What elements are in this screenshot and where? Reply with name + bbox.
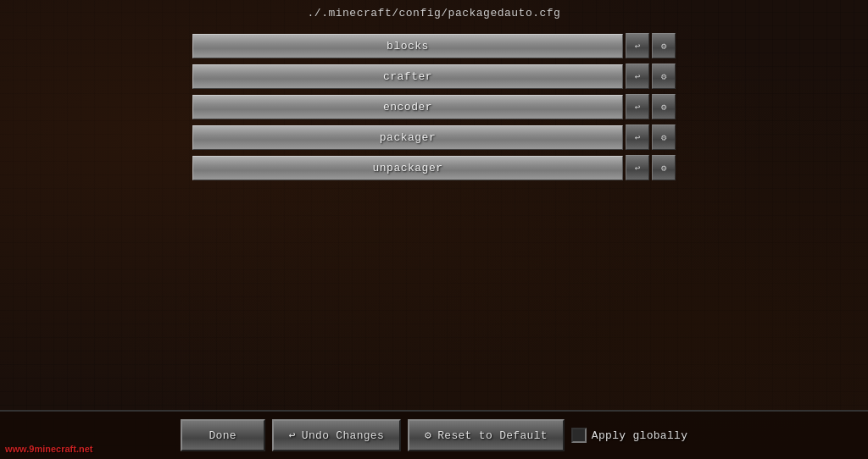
config-path: ./.minecraft/config/packagedauto.cfg <box>308 7 561 19</box>
config-edit-btn-crafter[interactable]: ⚙ <box>652 64 676 89</box>
config-label-crafter[interactable]: crafter <box>192 64 623 89</box>
config-undo-btn-blocks[interactable]: ↩ <box>626 33 649 58</box>
config-edit-btn-encoder[interactable]: ⚙ <box>652 94 676 119</box>
config-undo-btn-encoder[interactable]: ↩ <box>626 94 649 119</box>
config-list: blocks↩⚙crafter↩⚙encoder↩⚙packager↩⚙unpa… <box>0 25 868 185</box>
config-row-blocks: blocks↩⚙ <box>192 33 676 58</box>
apply-globally-label[interactable]: Apply globally <box>592 429 687 442</box>
page-title: ./.minecraft/config/packagedauto.cfg <box>0 0 868 25</box>
config-undo-btn-packager[interactable]: ↩ <box>626 124 649 150</box>
undo-icon <box>289 429 298 442</box>
config-undo-btn-unpackager[interactable]: ↩ <box>626 155 649 180</box>
apply-globally-container: Apply globally <box>571 428 687 443</box>
apply-globally-checkbox[interactable] <box>571 428 587 443</box>
config-row-unpackager: unpackager↩⚙ <box>192 155 676 180</box>
config-row-crafter: crafter↩⚙ <box>192 64 676 89</box>
config-undo-btn-crafter[interactable]: ↩ <box>626 64 649 89</box>
config-label-blocks[interactable]: blocks <box>192 34 623 58</box>
reset-to-default-button[interactable]: Reset to Default <box>408 419 565 451</box>
config-edit-btn-unpackager[interactable]: ⚙ <box>652 155 676 180</box>
reset-to-default-label: Reset to Default <box>437 429 548 442</box>
config-row-packager: packager↩⚙ <box>192 124 676 150</box>
config-row-encoder: encoder↩⚙ <box>192 94 676 119</box>
config-edit-btn-packager[interactable]: ⚙ <box>652 124 676 150</box>
config-label-encoder[interactable]: encoder <box>192 95 623 119</box>
config-label-packager[interactable]: packager <box>192 125 623 150</box>
reset-icon <box>425 429 434 442</box>
undo-changes-label: Undo Changes <box>302 429 384 442</box>
config-edit-btn-blocks[interactable]: ⚙ <box>652 33 676 58</box>
config-label-unpackager[interactable]: unpackager <box>192 156 623 180</box>
bottom-toolbar: Done Undo Changes Reset to Default Apply… <box>0 410 868 459</box>
watermark: www.9minecraft.net <box>5 444 93 454</box>
done-button[interactable]: Done <box>181 419 265 451</box>
undo-changes-button[interactable]: Undo Changes <box>272 419 401 451</box>
done-label: Done <box>209 429 236 442</box>
